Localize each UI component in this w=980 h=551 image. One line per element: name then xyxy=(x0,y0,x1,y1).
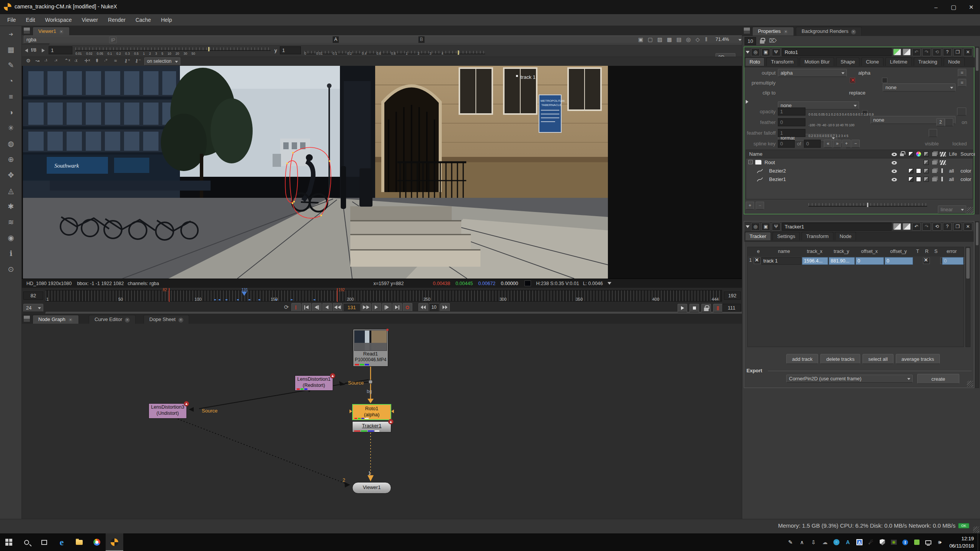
eye-icon[interactable] xyxy=(892,170,897,173)
node-lensdistortion1[interactable]: LensDistortion1 (Redistort) ▲ xyxy=(295,375,333,391)
tab-dope-sheet[interactable]: Dope Sheet✕ xyxy=(144,315,189,324)
collapse-triangle-icon[interactable] xyxy=(746,225,750,228)
offset-y-cell[interactable]: 0 xyxy=(885,257,913,265)
help-icon[interactable]: ? xyxy=(943,223,952,231)
falloff-anim-button[interactable] xyxy=(929,129,937,137)
edge-icon[interactable]: e xyxy=(53,533,70,551)
vmware-icon[interactable] xyxy=(911,533,923,551)
overlay-swatch-icon[interactable] xyxy=(924,168,929,173)
gain-field[interactable]: 1 xyxy=(49,46,72,54)
tab-motion-blur[interactable]: Motion Blur xyxy=(800,57,834,66)
info-caret-icon[interactable] xyxy=(608,282,611,285)
node-name-field[interactable]: Roto1 xyxy=(782,48,892,56)
tab-lifetime[interactable]: Lifetime xyxy=(885,57,912,66)
scanline-icon[interactable]: ▤ xyxy=(676,36,681,42)
falloff-field[interactable]: 1 xyxy=(778,129,805,137)
viewer-image-area[interactable]: Southwark xyxy=(22,66,742,279)
usb-icon[interactable]: ⇩ xyxy=(808,533,819,551)
float-panel-icon[interactable]: ❐ xyxy=(953,48,962,56)
node-read1[interactable]: Read1 P1000046.MP4 xyxy=(353,329,388,367)
clear-panels-icon[interactable]: ⌦ xyxy=(769,37,777,44)
spline-key-field[interactable]: 0 xyxy=(778,140,795,148)
shape-row-root[interactable]: − Root xyxy=(746,158,973,167)
node-lensdistortion3[interactable]: LensDistortion3 (Undistort) ▲ xyxy=(149,403,187,419)
prev-key-button[interactable]: « xyxy=(824,140,832,148)
wrench-icon[interactable]: Ψ xyxy=(772,48,781,56)
point-add-icon[interactable]: ∙¹ xyxy=(44,58,47,64)
tab-roto[interactable]: Roto xyxy=(745,57,764,66)
monitor-out-icon[interactable]: ▣ xyxy=(761,223,770,231)
nukex-taskbar-icon[interactable] xyxy=(106,533,123,551)
matte-swatch-icon[interactable] xyxy=(908,168,913,173)
stop-button[interactable] xyxy=(403,303,412,311)
enable-checkbox[interactable] xyxy=(754,258,761,264)
close-button[interactable]: ✕ xyxy=(962,0,980,14)
deep-icon[interactable]: ≋ xyxy=(0,214,22,230)
channels-dropdown[interactable]: rgba xyxy=(24,36,744,44)
current-frame-field[interactable]: 131 xyxy=(343,303,361,311)
tab-settings[interactable]: Settings xyxy=(773,232,800,240)
gamma-field[interactable]: 1 xyxy=(280,46,301,54)
tab-transform[interactable]: Transform xyxy=(802,232,833,240)
point-remove-icon[interactable]: ∙ˣ xyxy=(54,58,57,64)
panel-resize-grip[interactable] xyxy=(967,381,973,387)
revert-icon[interactable]: ⟲ xyxy=(933,223,941,231)
menu-edit[interactable]: Edit xyxy=(21,14,40,26)
tab-curve-editor[interactable]: Curve Editor✕ xyxy=(89,315,136,324)
close-icon[interactable]: ✕ xyxy=(59,29,64,34)
eye-icon[interactable] xyxy=(892,178,897,181)
smooth-icon[interactable]: ∙ᵡ xyxy=(74,58,77,64)
tracks-scrollbar[interactable] xyxy=(965,247,970,347)
collapse-triangle-icon[interactable] xyxy=(746,51,750,54)
share-icon[interactable]: ⁘ xyxy=(831,533,842,551)
pause-render-button[interactable] xyxy=(713,304,723,312)
offset-x-cell[interactable]: 0 xyxy=(856,257,884,265)
key-add-icon[interactable]: ⚷⁺ xyxy=(124,58,130,64)
image-icon[interactable]: ▦ xyxy=(0,42,22,57)
life-bar-icon[interactable] xyxy=(941,177,943,181)
pane-menu-icon[interactable] xyxy=(744,28,750,34)
key-del-icon[interactable]: ⚷⁻ xyxy=(135,58,141,64)
search-icon[interactable] xyxy=(18,533,35,551)
opacity-anim-button[interactable] xyxy=(957,108,966,116)
mask-dropdown[interactable]: none xyxy=(883,83,956,91)
delete-key-button[interactable]: − xyxy=(851,140,860,148)
life-bar-icon[interactable] xyxy=(941,168,943,173)
frame-all-icon[interactable]: ▣ xyxy=(638,36,643,42)
show-hidden-icons[interactable]: ∧ xyxy=(796,533,808,551)
wrench-icon[interactable]: Ψ xyxy=(772,223,781,231)
clock[interactable]: 12:19 06/11/2018 xyxy=(949,535,974,550)
motion-blur-icon[interactable] xyxy=(940,160,946,165)
track-row-1[interactable]: 1 track 1 1596.4... 881.90... 0 0 0 xyxy=(748,256,964,265)
center-node-icon[interactable]: ◎ xyxy=(751,48,760,56)
tab-transform[interactable]: Transform xyxy=(766,57,798,66)
create-button[interactable]: create xyxy=(917,374,959,384)
prev-lut-icon[interactable] xyxy=(25,48,28,54)
stack-icon[interactable]: ▩ xyxy=(667,36,672,42)
gl-color-swatch[interactable] xyxy=(903,223,911,230)
toolbar-menu-icon[interactable]: ➔ xyxy=(0,26,22,42)
redo-icon[interactable]: ↷ xyxy=(922,223,931,231)
remove-shape-button[interactable]: − xyxy=(756,202,764,210)
menu-workspace[interactable]: Workspace xyxy=(40,14,77,26)
inject-button[interactable]: = xyxy=(958,69,966,77)
menu-help[interactable]: Help xyxy=(156,14,177,26)
fps-dropdown[interactable]: 24 xyxy=(23,304,43,312)
color-swatch-icon[interactable] xyxy=(916,168,921,173)
close-icon[interactable]: ✕ xyxy=(178,318,183,323)
spline-total-field[interactable]: 0 xyxy=(804,140,821,148)
panel-limit-field[interactable]: 10 xyxy=(745,37,756,45)
gl-color-swatch[interactable] xyxy=(903,49,911,55)
track-name-cell[interactable]: track 1 xyxy=(761,257,801,265)
volume-icon[interactable]: 🕪 xyxy=(934,533,946,551)
3d-icon[interactable]: ◬ xyxy=(0,183,22,199)
next-keyframe-button[interactable] xyxy=(382,303,392,311)
mask-checkbox[interactable] xyxy=(882,78,887,83)
add-track-button[interactable]: add track xyxy=(786,354,818,364)
roto-scrollbar[interactable] xyxy=(975,47,979,214)
menu-file[interactable]: File xyxy=(2,14,21,26)
color-icon[interactable]: ◑ xyxy=(0,104,22,120)
minimize-button[interactable]: – xyxy=(927,0,945,14)
cache-field[interactable]: 111 xyxy=(722,304,741,312)
output-dropdown[interactable]: alpha xyxy=(778,69,847,77)
